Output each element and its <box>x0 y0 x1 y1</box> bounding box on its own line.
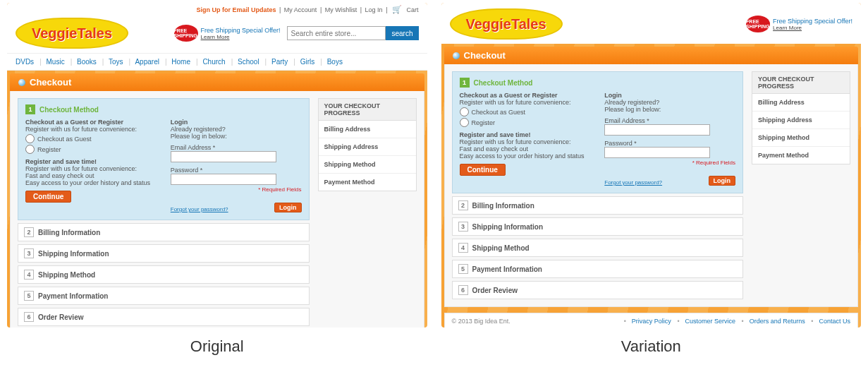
login-heading: Login <box>604 92 622 99</box>
step-4-shipping-method[interactable]: 4 Shipping Method <box>452 239 744 257</box>
logo[interactable]: VeggieTales <box>16 18 128 49</box>
learn-more-link[interactable]: Learn More <box>201 34 281 40</box>
guest-register-heading: Checkout as a Guest or Register <box>460 92 558 99</box>
signup-link[interactable]: Sign Up for Email Updates <box>196 6 276 13</box>
step-6-order-review[interactable]: 6 Order Review <box>452 281 744 299</box>
step-6-order-review[interactable]: 6 Order Review <box>18 308 310 326</box>
learn-more-link[interactable]: Learn More <box>773 25 852 31</box>
progress-shipping-method: Shipping Method <box>752 129 850 147</box>
checkout-title-bar: Checkout <box>444 47 859 64</box>
search-input[interactable] <box>287 26 386 40</box>
search-form: search <box>287 26 418 40</box>
nav-school[interactable]: School <box>238 58 259 66</box>
nav-party[interactable]: Party <box>271 58 288 66</box>
register-save-subtext: Register with us for future convenience: <box>460 138 591 145</box>
footer-contact[interactable]: Contact Us <box>819 318 850 325</box>
my-account-link[interactable]: My Account <box>284 6 317 13</box>
option-register[interactable]: Register <box>25 145 157 154</box>
step-number-1: 1 <box>25 104 35 114</box>
login-sub-2: Please log in below: <box>604 106 735 113</box>
register-save-heading: Register and save time! <box>460 131 531 138</box>
progress-billing: Billing Address <box>752 94 850 112</box>
forgot-password-link[interactable]: Forgot your password? <box>171 206 228 212</box>
guest-register-heading: Checkout as a Guest or Register <box>25 119 123 126</box>
radio-guest[interactable] <box>25 134 35 143</box>
cart-icon[interactable]: 🛒 <box>392 5 402 13</box>
required-fields-note: * Required Fields <box>604 160 735 166</box>
email-field[interactable] <box>604 124 710 136</box>
nav-church[interactable]: Church <box>202 58 225 66</box>
register-save-subtext: Register with us for future convenience: <box>25 165 157 172</box>
continue-button[interactable]: Continue <box>460 164 506 176</box>
nav-boys[interactable]: Boys <box>327 58 343 66</box>
step-number-1: 1 <box>460 78 470 88</box>
step-1-checkout-method: 1 Checkout Method Checkout as a Guest or… <box>18 98 310 220</box>
email-label: Email Address * <box>604 117 735 124</box>
checkout-content: 1 Checkout Method Checkout as a Guest or… <box>444 64 859 307</box>
option-checkout-guest[interactable]: Checkout as Guest <box>25 134 157 143</box>
cart-link[interactable]: Cart <box>406 6 418 13</box>
register-benefit-2: Easy access to your order history and st… <box>25 179 157 186</box>
nav-home[interactable]: Home <box>171 58 190 66</box>
login-link[interactable]: Log In <box>365 6 383 13</box>
caption-variation: Variation <box>441 337 862 356</box>
step-2-billing[interactable]: 2 Billing Information <box>452 196 744 215</box>
free-shipping-badge-icon: FREE SHIPPING <box>174 25 198 42</box>
login-button[interactable]: Login <box>709 176 736 186</box>
password-field[interactable] <box>604 147 710 158</box>
radio-guest[interactable] <box>460 107 469 116</box>
progress-shipping-method: Shipping Method <box>319 156 416 174</box>
logo[interactable]: VeggieTales <box>450 8 563 40</box>
login-button[interactable]: Login <box>274 203 302 212</box>
main-nav: DVDs| Music| Books| Toys| Apparel| Home|… <box>7 53 427 71</box>
footer-orders-returns[interactable]: Orders and Returns <box>750 318 805 325</box>
variation-panel: VeggieTales FREE SHIPPING Free Shipping … <box>441 3 862 328</box>
step-title: Checkout Method <box>39 106 99 114</box>
nav-music[interactable]: Music <box>47 58 65 66</box>
step-1-checkout-method: 1 Checkout Method Checkout as a Guest or… <box>452 71 744 193</box>
checkout-progress-box: YOUR CHECKOUT PROGRESS Billing Address S… <box>752 71 850 164</box>
free-shipping-text: Free Shipping Special Offer! <box>773 18 852 25</box>
email-field[interactable] <box>171 151 276 162</box>
free-shipping-promo: FREE SHIPPING Free Shipping Special Offe… <box>746 16 852 32</box>
forgot-password-link[interactable]: Forgot your password? <box>604 179 662 186</box>
radio-register[interactable] <box>25 145 35 154</box>
option-checkout-guest[interactable]: Checkout as Guest <box>460 107 591 116</box>
password-label: Password * <box>171 167 302 174</box>
footer-customer-service[interactable]: Customer Service <box>685 318 736 325</box>
footer-privacy[interactable]: Privacy Policy <box>632 318 671 325</box>
nav-books[interactable]: Books <box>77 58 97 66</box>
progress-header: YOUR CHECKOUT PROGRESS <box>319 99 416 121</box>
nav-dvds[interactable]: DVDs <box>16 58 34 66</box>
checkout-content: 1 Checkout Method Checkout as a Guest or… <box>10 91 424 328</box>
search-button[interactable]: search <box>386 26 418 40</box>
option-register[interactable]: Register <box>460 118 591 127</box>
my-wishlist-link[interactable]: My Wishlist <box>325 6 357 13</box>
page-title: Checkout <box>30 77 71 88</box>
register-benefit-1: Fast and easy check out <box>25 172 157 179</box>
login-sub-1: Already registered? <box>171 126 302 133</box>
step-5-payment[interactable]: 5 Payment Information <box>18 287 310 305</box>
step-5-payment[interactable]: 5 Payment Information <box>452 260 744 278</box>
step-title: Checkout Method <box>474 79 533 87</box>
radio-register[interactable] <box>460 118 469 127</box>
top-links: Sign Up for Email Updates | My Account |… <box>7 3 427 16</box>
continue-button[interactable]: Continue <box>25 191 71 203</box>
step-3-shipping-info[interactable]: 3 Shipping Information <box>452 217 744 236</box>
page-title: Checkout <box>464 50 506 61</box>
nav-apparel[interactable]: Apparel <box>135 58 159 66</box>
guest-register-subtext: Register with us for future convenience: <box>25 126 157 133</box>
step-4-shipping-method[interactable]: 4 Shipping Method <box>18 265 310 284</box>
footer: © 2013 Big Idea Ent. •Privacy Policy •Cu… <box>444 313 859 328</box>
nav-toys[interactable]: Toys <box>109 58 123 66</box>
step-2-billing[interactable]: 2 Billing Information <box>18 223 310 241</box>
register-save-heading: Register and save time! <box>25 158 97 165</box>
password-label: Password * <box>604 140 735 147</box>
password-field[interactable] <box>171 174 276 185</box>
header: VeggieTales FREE SHIPPING Free Shipping … <box>7 16 427 53</box>
nav-girls[interactable]: Girls <box>300 58 315 66</box>
progress-payment-method: Payment Method <box>319 174 416 191</box>
checkout-progress-box: YOUR CHECKOUT PROGRESS Billing Address S… <box>318 98 417 191</box>
copyright: © 2013 Big Idea Ent. <box>452 318 511 325</box>
step-3-shipping-info[interactable]: 3 Shipping Information <box>18 244 310 263</box>
